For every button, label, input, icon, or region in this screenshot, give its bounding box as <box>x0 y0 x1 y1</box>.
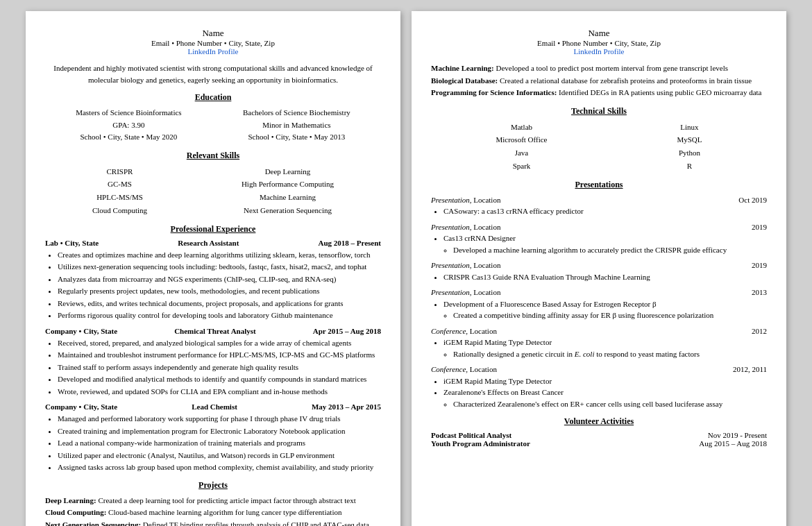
intro-bio-title: Biological Database: <box>431 76 498 85</box>
edu-left-school: School • City, State • May 2020 <box>76 131 181 144</box>
job-3-b4: Utilized paper and electronic (Analyst, … <box>58 450 381 461</box>
conf-2-sub: Characterized Zearalenone's effect on ER… <box>453 398 767 410</box>
conf-1-date: 2012 <box>752 325 767 337</box>
presentations-title: Presentations <box>431 180 767 190</box>
pres-2-venue: Presentation, Location <box>431 221 500 233</box>
pres-3-date: 2019 <box>752 260 767 271</box>
pres-4-sub: Created a competitive binding affinity a… <box>453 309 767 321</box>
job-2-title: Chemical Threat Analyst <box>174 327 256 335</box>
pres-3-b1: CRISPR Cas13 Guide RNA Evaluation Throug… <box>443 271 767 283</box>
intro-prog: Programming for Science Informatics: Ide… <box>431 87 767 99</box>
tech-left: Matlab Microsoft Office Java Spark <box>496 121 547 173</box>
conf-2-b2: Zearalenone's Effects on Breast Cancer <box>443 387 767 398</box>
job-3-company: Company • City, State <box>45 402 117 411</box>
job-3-b1: Managed and performed laboratory work su… <box>58 413 381 425</box>
pres-1-venue: Presentation, Location <box>431 194 500 206</box>
job-3: Company • City, State Lead Chemist May 2… <box>45 402 381 473</box>
skill-gcms: GC-MS <box>92 178 147 191</box>
project-2-desc: Cloud-based machine learning algorithm f… <box>108 508 341 516</box>
edu-left-gpa: GPA: 3.90 <box>76 119 181 132</box>
ts-linux: Linux <box>677 121 702 134</box>
job-1-company: Lab • City, State <box>45 239 99 247</box>
job-2-header: Company • City, State Chemical Threat An… <box>45 327 381 335</box>
vol-1-date: Nov 2019 - Present <box>708 431 767 439</box>
education-grid: Masters of Science Bioinformatics GPA: 3… <box>45 107 381 144</box>
pres-2-header: Presentation, Location 2019 <box>431 221 767 233</box>
presentations-block: Presentation, Location Oct 2019 CASowary… <box>431 194 767 410</box>
vol-2-role: Youth Program Administrator <box>431 439 530 448</box>
job-2-b4: Developed and modified analytical method… <box>58 373 381 385</box>
pres-1-date: Oct 2019 <box>738 194 767 206</box>
experience-title: Professional Experience <box>45 224 381 235</box>
conf-2-s1: Characterized Zearalenone's effect on ER… <box>453 398 767 410</box>
vol-2-date: Aug 2015 – Aug 2018 <box>699 439 767 448</box>
projects-block: Deep Learning: Created a deep learning t… <box>45 495 381 526</box>
left-name: Name <box>45 28 381 39</box>
intro-bio: Biological Database: Created a relationa… <box>431 75 767 87</box>
volunteer-title: Volunteer Activities <box>431 416 767 427</box>
right-resume: Name Email • Phone Number • City, State,… <box>412 11 786 526</box>
left-header: Name Email • Phone Number • City, State,… <box>45 28 381 56</box>
job-2-b2: Maintained and troubleshot instrument pe… <box>58 349 381 361</box>
job-1-title: Research Assistant <box>178 239 239 247</box>
edu-left-degree: Masters of Science Bioinformatics <box>76 107 181 119</box>
conf-2-venue: Conference, Location <box>431 364 497 375</box>
ts-python: Python <box>677 146 702 160</box>
tech-skills-title: Technical Skills <box>431 106 767 117</box>
pres-2-bullets: Cas13 crRNA Designer <box>443 232 767 244</box>
left-linkedin[interactable]: LinkedIn Profile <box>187 47 238 56</box>
vol-1: Podcast Political Analyst Nov 2019 - Pre… <box>431 431 767 439</box>
skill-crispr: CRISPR <box>92 165 147 178</box>
left-contact: Email • Phone Number • City, State, Zip … <box>45 39 381 56</box>
project-2-title: Cloud Computing: <box>45 508 106 516</box>
conf-1-b1: iGEM Rapid Mating Type Detector <box>443 337 767 348</box>
conf-2-bullets: iGEM Rapid Mating Type Detector Zearalen… <box>443 375 767 398</box>
project-2: Cloud Computing: Cloud-based machine lea… <box>45 507 381 519</box>
conf-2-b1: iGEM Rapid Mating Type Detector <box>443 375 767 387</box>
job-3-bullets: Managed and performed laboratory work su… <box>58 413 381 473</box>
ts-msoffice: Microsoft Office <box>496 133 547 146</box>
conf-1-header: Conference, Location 2012 <box>431 325 767 337</box>
job-2-company: Company • City, State <box>45 327 117 335</box>
ts-matlab: Matlab <box>496 121 547 134</box>
job-2: Company • City, State Chemical Threat An… <box>45 327 381 398</box>
pres-3-header: Presentation, Location 2019 <box>431 260 767 271</box>
job-3-b2: Created training and implementation prog… <box>58 425 381 437</box>
job-2-date: Apr 2015 – Aug 2018 <box>313 327 381 335</box>
pres-4-bullets: Development of a Fluorescence Based Assa… <box>443 298 767 310</box>
job-2-b1: Received, stored, prepared, and analyzed… <box>58 337 381 349</box>
right-contact: Email • Phone Number • City, State, Zip … <box>431 39 767 56</box>
pres-4-b1: Development of a Fluorescence Based Assa… <box>443 298 767 310</box>
pres-2-b1: Cas13 crRNA Designer <box>443 232 767 244</box>
job-1-b4: Regularly presents project updates, new … <box>58 285 381 297</box>
skills-left-col: CRISPR GC-MS HPLC-MS/MS Cloud Computing <box>92 165 147 217</box>
pres-2-sub: Developed a machine learning algorithm t… <box>453 244 767 256</box>
job-2-bullets: Received, stored, prepared, and analyzed… <box>58 337 381 398</box>
skills-title: Relevant Skills <box>45 151 381 161</box>
right-linkedin[interactable]: LinkedIn Profile <box>573 47 624 56</box>
pres-1-bullets: CASowary: a cas13 crRNA efficacy predict… <box>443 205 767 217</box>
project-1-title: Deep Learning: <box>45 496 96 504</box>
job-3-b5: Assigned tasks across lab group based up… <box>58 461 381 473</box>
pres-3-venue: Presentation, Location <box>431 260 500 271</box>
pres-4-s1: Created a competitive binding affinity a… <box>453 309 767 321</box>
job-1: Lab • City, State Research Assistant Aug… <box>45 239 381 321</box>
conf-1-s1: Rationally designed a genetic circuit in… <box>453 348 767 360</box>
job-1-b3: Analyzes data from microarray and NGS ex… <box>58 273 381 285</box>
pres-1-header: Presentation, Location Oct 2019 <box>431 194 767 206</box>
skill-hplc: HPLC-MS/MS <box>92 191 147 204</box>
project-1: Deep Learning: Created a deep learning t… <box>45 495 381 507</box>
intro-prog-title: Programming for Science Informatics: <box>431 88 557 96</box>
tech-skills-grid: Matlab Microsoft Office Java Spark Linux… <box>431 121 767 173</box>
tech-right: Linux MySQL Python R <box>677 121 702 173</box>
right-name: Name <box>431 28 767 39</box>
skills-grid: CRISPR GC-MS HPLC-MS/MS Cloud Computing … <box>45 165 381 217</box>
edu-right-school: School • City, State • May 2013 <box>243 131 350 144</box>
conf-1-sub: Rationally designed a genetic circuit in… <box>453 348 767 360</box>
job-3-header: Company • City, State Lead Chemist May 2… <box>45 402 381 411</box>
vol-2: Youth Program Administrator Aug 2015 – A… <box>431 439 767 448</box>
pres-4-date: 2013 <box>752 287 767 298</box>
skill-ngs: Next Generation Sequencing <box>242 204 334 217</box>
education-title: Education <box>45 92 381 103</box>
right-contact-text: Email • Phone Number • City, State, Zip <box>537 39 661 47</box>
